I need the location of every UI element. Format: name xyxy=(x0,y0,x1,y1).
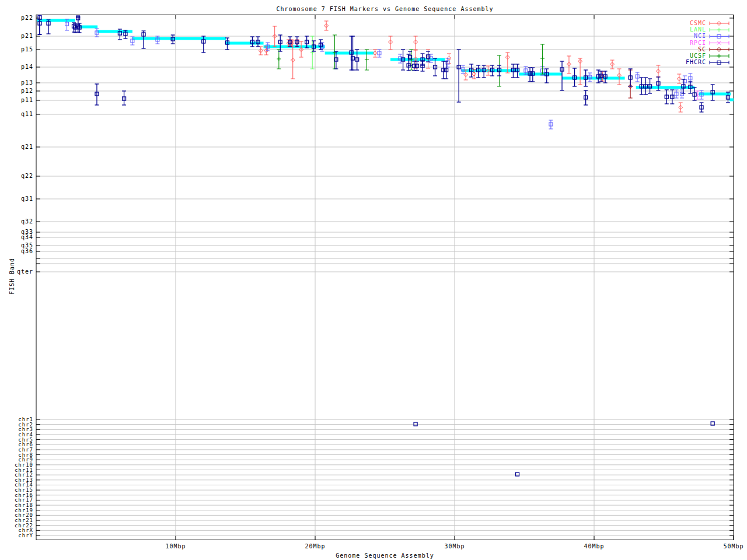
x-tick-label: 10Mbp xyxy=(165,543,186,550)
legend-label: UCSF xyxy=(690,52,706,59)
fish-band-label: p21 xyxy=(21,33,33,39)
legend-label: RPCI xyxy=(690,40,706,46)
legend-label: FHCRC xyxy=(686,59,706,65)
x-tick-label: 50Mbp xyxy=(723,543,743,550)
marker-square xyxy=(516,473,519,476)
marker-square xyxy=(414,422,417,426)
fish-band-label: q22 xyxy=(21,173,33,179)
fish-band-label: q32 xyxy=(21,218,33,225)
fish-band-label: p13 xyxy=(21,79,33,86)
chr-row-label: chrY xyxy=(18,533,33,538)
x-tick-label: 30Mbp xyxy=(444,543,465,550)
legend-label: LANL xyxy=(690,26,706,33)
fish-band-label: q31 xyxy=(21,195,33,202)
x-tick-label: 20Mbp xyxy=(305,543,325,550)
fish-band-label: p11 xyxy=(21,97,33,103)
fish-markers-vs-assembly-plot: 10Mbp20Mbp30Mbp40Mbp50Mbpp22p21p15p14p13… xyxy=(0,0,747,560)
fish-band-label: q11 xyxy=(21,111,33,117)
fish-band-label: p14 xyxy=(21,64,33,70)
fish-band-label: p15 xyxy=(21,46,33,52)
legend-label: NCI xyxy=(694,33,706,39)
fish-band-label: q21 xyxy=(21,144,33,150)
legend-label: SC xyxy=(698,46,706,52)
x-tick-label: 40Mbp xyxy=(584,543,604,550)
fish-band-label: q34 xyxy=(21,234,33,240)
fish-marker-chart-page: Chromosome 7 FISH Markers vs Genome Sequ… xyxy=(0,0,747,560)
fish-band-label: q36 xyxy=(21,248,33,254)
fish-band-label: p22 xyxy=(21,15,33,21)
fish-band-label: p12 xyxy=(21,88,33,94)
legend-label: CSMC xyxy=(690,20,706,26)
fish-band-label: qter xyxy=(17,268,33,275)
plot-border xyxy=(36,15,734,540)
